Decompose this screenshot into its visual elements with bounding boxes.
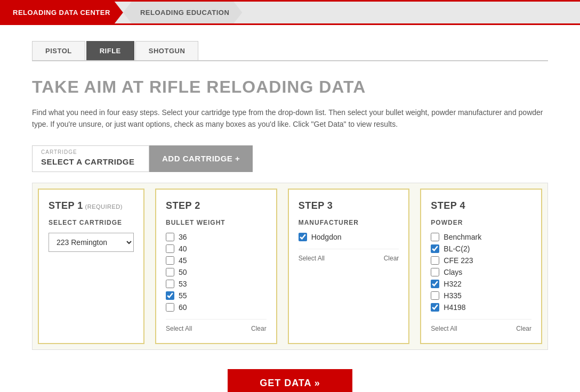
cartridge-select-label: SELECT A CARTRIDGE [41,157,140,166]
get-data-container: GET DATA » [32,350,548,392]
main-content: PISTOL RIFLE SHOTGUN TAKE AIM AT RIFLE R… [0,25,580,392]
step1-label: SELECT CARTRIDGE [49,219,134,226]
step3-select-all[interactable]: Select All [299,255,325,262]
step2-checkbox-40[interactable] [166,244,174,253]
step1-number: STEP 1 [49,200,83,211]
step2-header: STEP 2 [166,200,267,211]
nav-tab-reloading-education[interactable]: RELOADING EDUCATION [123,2,242,23]
list-item: H322 [431,280,531,288]
page-description: Find what you need in four easy steps. S… [32,107,548,130]
step2-checkbox-36[interactable] [166,233,174,241]
step2-label: BULLET WEIGHT [166,219,267,226]
step4-footer: Select All Clear [431,319,531,332]
tab-rifle[interactable]: RIFLE [86,41,134,60]
step3-box: STEP 3 MANUFACTURER Hodgdon Select All C… [288,189,410,344]
top-nav: RELOADING DATA CENTER RELOADING EDUCATIO… [0,2,580,25]
step3-number: STEP 3 [299,200,333,211]
get-data-button[interactable]: GET DATA » [228,369,352,392]
step2-checkbox-45[interactable] [166,256,174,265]
step2-checkbox-55[interactable] [166,291,174,300]
cartridge-label-box: CARTRIDGE SELECT A CARTRIDGE [32,145,149,172]
sub-tabs: PISTOL RIFLE SHOTGUN [32,41,548,61]
list-item: 55 [166,291,267,300]
list-item: 36 [166,233,267,241]
step2-checkbox-53[interactable] [166,280,174,288]
list-item: Hodgdon [299,233,399,241]
step1-header: STEP 1 (REQUIRED) [49,200,134,211]
step1-required: (REQUIRED) [85,203,123,210]
list-item: 53 [166,280,267,288]
list-item: H4198 [431,303,531,312]
page-title: TAKE AIM AT RIFLE RELOADING DATA [32,77,548,97]
step3-checkbox-Hodgdon[interactable] [299,233,307,241]
list-item: Clays [431,268,531,276]
list-item: CFE 223 [431,256,531,265]
steps-grid: STEP 1 (REQUIRED) SELECT CARTRIDGE 223 R… [32,183,548,350]
list-item: 60 [166,303,267,312]
step4-box: STEP 4 POWDER BenchmarkBL-C(2)CFE 223Cla… [420,189,542,344]
step4-checkbox-CFE 223[interactable] [431,256,439,265]
step4-checkbox-list: BenchmarkBL-C(2)CFE 223ClaysH322H335H419… [431,233,531,312]
nav-tab-reloading-data[interactable]: RELOADING DATA CENTER [0,2,123,23]
step4-number: STEP 4 [431,200,465,211]
step2-checkbox-list: 36404550535560 [166,233,267,312]
step4-checkbox-H335[interactable] [431,291,439,300]
step2-checkbox-60[interactable] [166,303,174,312]
step4-select-all[interactable]: Select All [431,325,457,332]
tab-pistol[interactable]: PISTOL [32,41,85,60]
step1-box: STEP 1 (REQUIRED) SELECT CARTRIDGE 223 R… [38,189,144,344]
step2-select-all[interactable]: Select All [166,325,192,332]
step3-header: STEP 3 [299,200,399,211]
step4-checkbox-Benchmark[interactable] [431,233,439,241]
step2-number: STEP 2 [166,200,200,211]
list-item: BL-C(2) [431,244,531,253]
step4-checkbox-BL-C(2)[interactable] [431,244,439,253]
list-item: H335 [431,291,531,300]
step2-box: STEP 2 BULLET WEIGHT 36404550535560 Sele… [155,189,277,344]
step4-checkbox-H4198[interactable] [431,303,439,312]
step2-checkbox-50[interactable] [166,268,174,276]
step4-header: STEP 4 [431,200,531,211]
step4-clear[interactable]: Clear [516,325,531,332]
cartridge-label-top: CARTRIDGE [41,149,140,155]
step2-footer: Select All Clear [166,319,267,332]
step4-label: POWDER [431,219,531,226]
step3-checkbox-list: Hodgdon [299,233,399,241]
step4-checkbox-Clays[interactable] [431,268,439,276]
cartridge-select[interactable]: 223 Remington 22 Hornet 222 Remington 22… [49,233,134,252]
step3-clear[interactable]: Clear [384,255,399,262]
list-item: Benchmark [431,233,531,241]
list-item: 40 [166,244,267,253]
add-cartridge-button[interactable]: ADD CARTRIDGE + [149,145,253,172]
list-item: 50 [166,268,267,276]
step4-checkbox-H322[interactable] [431,280,439,288]
step2-clear[interactable]: Clear [251,325,267,332]
tab-shotgun[interactable]: SHOTGUN [135,41,199,60]
cartridge-bar: CARTRIDGE SELECT A CARTRIDGE ADD CARTRID… [32,145,548,172]
step3-footer: Select All Clear [299,249,399,262]
list-item: 45 [166,256,267,265]
step3-label: MANUFACTURER [299,219,399,226]
